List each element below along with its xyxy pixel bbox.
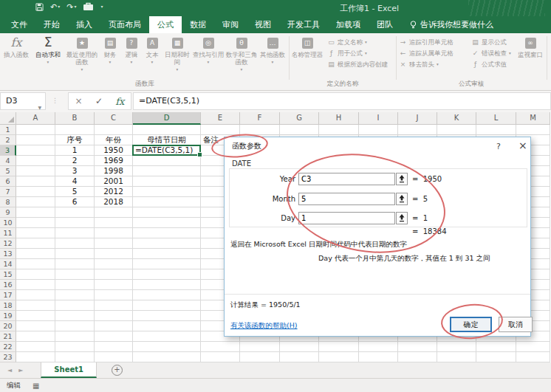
cell-D17[interactable] [133,290,201,300]
row-header-18[interactable]: 18 [0,300,16,311]
cell-D21[interactable] [133,331,201,342]
cell-A2[interactable] [16,135,55,145]
tell-me-box[interactable]: 告诉我你想要做什么 [410,16,493,33]
row-header-15[interactable]: 15 [0,269,16,280]
cell-B3[interactable]: 1 [55,145,95,156]
cell-C20[interactable] [95,321,133,331]
column-header-D[interactable]: D [133,112,201,125]
row-header-17[interactable]: 17 [0,290,16,300]
cell-A21[interactable] [16,331,55,342]
row-header-23[interactable]: 23 [0,352,16,362]
ribbon-item-错误检查[interactable]: ✓错误检查▾ [471,50,511,57]
cell-B16[interactable] [55,280,95,290]
argument-input-Day[interactable] [298,212,395,224]
cell-A14[interactable] [16,259,55,269]
cell-A18[interactable] [16,300,55,311]
cell-I1[interactable] [359,125,398,135]
row-header-21[interactable]: 21 [0,331,16,342]
cell-B4[interactable]: 2 [55,156,95,166]
ribbon-button-自动求和[interactable]: Σ自动求和▾ [31,35,65,64]
cell-M22[interactable] [516,342,550,352]
cell-B8[interactable]: 6 [55,197,95,207]
ribbon-item-追踪从属单元格[interactable]: ←追踪从属单元格 [399,50,454,57]
ribbon-item-根据所选内容创建[interactable]: ▤根据所选内容创建 [327,61,388,68]
cell-A3[interactable] [16,145,55,156]
cell-C21[interactable] [95,331,133,342]
formula-bar-splitter[interactable]: ⋮ [52,97,59,104]
cancel-button[interactable]: 取消 [499,317,533,332]
undo-icon[interactable]: ↶▾ [50,3,60,11]
cell-H1[interactable] [319,125,359,135]
ribbon-tab-5[interactable]: 数据 [182,16,214,33]
cell-D14[interactable] [133,259,201,269]
cell-D23[interactable] [133,352,201,362]
cell-I22[interactable] [359,342,398,352]
cell-A8[interactable] [16,197,55,207]
cell-A11[interactable] [16,228,55,238]
cell-A10[interactable] [16,218,55,228]
sheet-tab-sheet1[interactable]: Sheet1 [41,362,97,378]
cell-C15[interactable] [95,269,133,280]
cell-G1[interactable] [280,125,319,135]
cell-C22[interactable] [95,342,133,352]
ribbon-button-财务[interactable]: ▤财务▾ [99,35,121,64]
row-header-11[interactable]: 11 [0,228,16,238]
cell-D9[interactable] [133,207,201,218]
insert-function-icon[interactable]: fx [115,96,124,107]
column-header-L[interactable]: L [476,112,516,125]
ribbon-tab-6[interactable]: 审阅 [214,16,247,33]
row-header-4[interactable]: 4 [0,156,16,166]
cell-F23[interactable] [240,352,280,362]
ribbon-button-查找与引用[interactable]: ◎查找与引用▾ [192,35,225,64]
cell-A7[interactable] [16,187,55,197]
cell-D13[interactable] [133,249,201,259]
cell-A19[interactable] [16,311,55,321]
watch-window-button[interactable]: ∞ 监视窗口 [516,35,545,59]
ribbon-tab-file[interactable]: 文件 [3,16,35,33]
column-header-A[interactable]: A [16,112,55,125]
ribbon-button-日期和时间[interactable]: ▦日期和时间▾ [162,35,192,72]
ok-button[interactable]: 确定 [450,317,492,332]
column-header-I[interactable]: I [359,112,398,125]
cell-K1[interactable] [437,125,476,135]
select-all-corner[interactable] [0,112,16,125]
column-header-G[interactable]: G [280,112,319,125]
cell-D6[interactable] [133,176,201,187]
cell-D16[interactable] [133,280,201,290]
cell-K22[interactable] [437,342,476,352]
cell-D10[interactable] [133,218,201,228]
ribbon-tab-3[interactable]: 页面布局 [100,16,149,33]
cell-B6[interactable]: 4 [55,176,95,187]
cell-F1[interactable] [240,125,280,135]
ribbon-tab-4[interactable]: 公式 [149,16,182,33]
ribbon-tab-7[interactable]: 视图 [247,16,279,33]
macro-record-icon[interactable]: ▦ [32,382,39,390]
row-header-20[interactable]: 20 [0,321,16,331]
row-header-12[interactable]: 12 [0,238,16,249]
cell-B21[interactable] [55,331,95,342]
ribbon-button-数学和三角函数[interactable]: θ数学和三角函数▾ [225,35,259,72]
cell-D11[interactable] [133,228,201,238]
cell-D5[interactable] [133,166,201,176]
cell-A6[interactable] [16,176,55,187]
cell-B10[interactable] [55,218,95,228]
ribbon-item-追踪引用单元格[interactable]: →追踪引用单元格 [399,39,454,46]
cell-B14[interactable] [55,259,95,269]
cell-D12[interactable] [133,238,201,249]
ribbon-tab-8[interactable]: 开发工具 [279,16,328,33]
cell-C13[interactable] [95,249,133,259]
cell-H23[interactable] [319,352,359,362]
row-header-9[interactable]: 9 [0,207,16,218]
argument-input-Month[interactable] [298,193,395,205]
cell-B5[interactable]: 3 [55,166,95,176]
ribbon-tab-2[interactable]: 插入 [68,16,100,33]
name-box[interactable]: D3 ▼ [0,92,46,110]
cell-M23[interactable] [516,352,550,362]
cell-G23[interactable] [280,352,319,362]
ribbon-button-插入函数[interactable]: fx插入函数 [1,35,31,59]
cell-L23[interactable] [476,352,516,362]
cell-A1[interactable] [16,125,55,135]
cell-C14[interactable] [95,259,133,269]
cell-C6[interactable]: 2001 [95,176,133,187]
row-header-22[interactable]: 22 [0,342,16,352]
